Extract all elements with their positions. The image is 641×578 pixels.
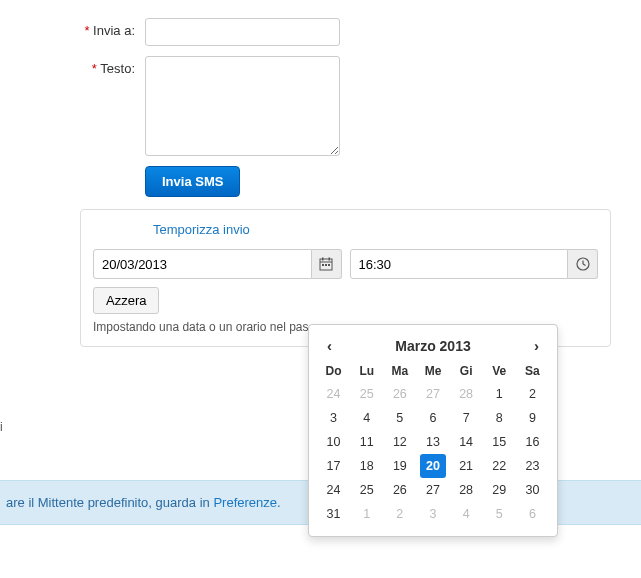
- datepicker-month-title[interactable]: Marzo 2013: [395, 338, 470, 354]
- time-input[interactable]: [350, 249, 569, 279]
- schedule-title-link[interactable]: Temporizza invio: [153, 222, 250, 237]
- datepicker-dow: Sa: [516, 360, 549, 382]
- datepicker-day[interactable]: 10: [321, 430, 347, 454]
- datepicker-day[interactable]: 24: [321, 382, 347, 406]
- preferenze-link[interactable]: Preferenze: [213, 495, 277, 510]
- side-truncated-text: i: [0, 420, 3, 434]
- svg-rect-4: [322, 264, 324, 266]
- datepicker-day[interactable]: 14: [453, 430, 479, 454]
- datepicker-day[interactable]: 16: [519, 430, 545, 454]
- svg-line-9: [583, 264, 586, 266]
- datepicker-day[interactable]: 5: [387, 406, 413, 430]
- datepicker-day[interactable]: 1: [354, 502, 380, 526]
- datepicker-day[interactable]: 22: [486, 454, 512, 478]
- datepicker-day[interactable]: 25: [354, 478, 380, 502]
- datepicker-day[interactable]: 19: [387, 454, 413, 478]
- svg-rect-2: [322, 258, 324, 261]
- svg-rect-5: [325, 264, 327, 266]
- datepicker-day[interactable]: 6: [420, 406, 446, 430]
- datepicker-day[interactable]: 15: [486, 430, 512, 454]
- calendar-icon[interactable]: [312, 249, 342, 279]
- date-input[interactable]: [93, 249, 312, 279]
- datepicker-day[interactable]: 12: [387, 430, 413, 454]
- datepicker-day[interactable]: 5: [486, 502, 512, 526]
- datepicker-day[interactable]: 28: [453, 382, 479, 406]
- datepicker-day[interactable]: 6: [519, 502, 545, 526]
- svg-rect-3: [329, 258, 331, 261]
- datepicker-day[interactable]: 11: [354, 430, 380, 454]
- datepicker-dow: Ma: [383, 360, 416, 382]
- datepicker-day[interactable]: 25: [354, 382, 380, 406]
- datepicker-day[interactable]: 30: [519, 478, 545, 502]
- datepicker-day[interactable]: 3: [321, 406, 347, 430]
- datepicker-dow: Me: [416, 360, 449, 382]
- datepicker-day[interactable]: 18: [354, 454, 380, 478]
- datepicker-day[interactable]: 21: [453, 454, 479, 478]
- datepicker-day[interactable]: 26: [387, 382, 413, 406]
- datepicker-day[interactable]: 17: [321, 454, 347, 478]
- datepicker-day[interactable]: 13: [420, 430, 446, 454]
- datepicker-day[interactable]: 3: [420, 502, 446, 526]
- datepicker-day[interactable]: 24: [321, 478, 347, 502]
- datepicker-day[interactable]: 29: [486, 478, 512, 502]
- datepicker-prev-button[interactable]: ‹: [321, 337, 338, 354]
- clock-icon[interactable]: [568, 249, 598, 279]
- datepicker-dow: Ve: [483, 360, 516, 382]
- datepicker-day[interactable]: 31: [321, 502, 347, 526]
- datepicker-day[interactable]: 23: [519, 454, 545, 478]
- datepicker-day[interactable]: 26: [387, 478, 413, 502]
- datepicker-next-button[interactable]: ›: [528, 337, 545, 354]
- datepicker-day[interactable]: 27: [420, 382, 446, 406]
- invia-a-label: * Invia a:: [0, 18, 145, 38]
- azzera-button[interactable]: Azzera: [93, 287, 159, 314]
- datepicker-day[interactable]: 4: [453, 502, 479, 526]
- datepicker-day[interactable]: 7: [453, 406, 479, 430]
- datepicker-dow: Gi: [450, 360, 483, 382]
- datepicker-day[interactable]: 2: [387, 502, 413, 526]
- datepicker-popup: ‹ Marzo 2013 › DoLuMaMeGiVeSa 2425262728…: [308, 324, 558, 537]
- svg-rect-6: [328, 264, 330, 266]
- datepicker-day[interactable]: 9: [519, 406, 545, 430]
- datepicker-dow: Lu: [350, 360, 383, 382]
- testo-textarea[interactable]: [145, 56, 340, 156]
- datepicker-day[interactable]: 28: [453, 478, 479, 502]
- datepicker-day[interactable]: 27: [420, 478, 446, 502]
- invia-a-input[interactable]: [145, 18, 340, 46]
- datepicker-day[interactable]: 8: [486, 406, 512, 430]
- testo-label: * Testo:: [0, 56, 145, 76]
- datepicker-dow: Do: [317, 360, 350, 382]
- datepicker-day[interactable]: 4: [354, 406, 380, 430]
- datepicker-day[interactable]: 2: [519, 382, 545, 406]
- invia-sms-button[interactable]: Invia SMS: [145, 166, 240, 197]
- datepicker-day[interactable]: 20: [420, 454, 446, 478]
- datepicker-day[interactable]: 1: [486, 382, 512, 406]
